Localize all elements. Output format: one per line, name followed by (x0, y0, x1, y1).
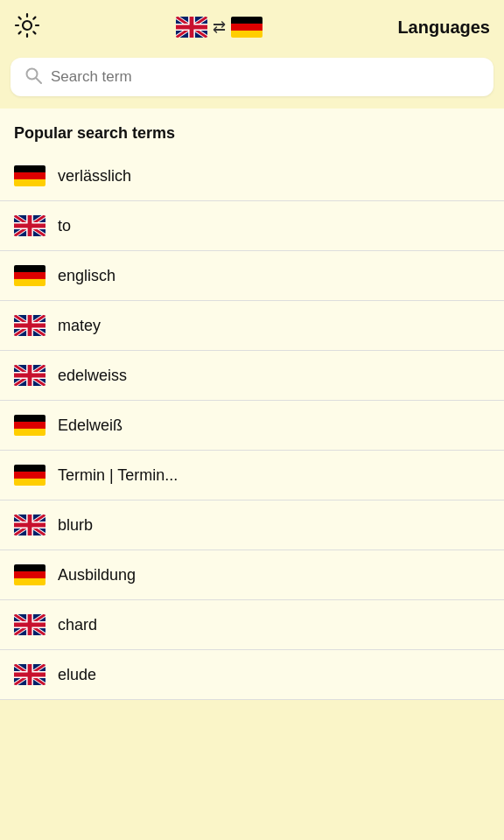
uk-flag-icon (14, 614, 46, 635)
term-text: chard (58, 616, 97, 634)
list-item[interactable]: matey (0, 301, 504, 351)
uk-flag-icon (14, 315, 46, 336)
term-text: elude (58, 666, 96, 684)
de-flag-icon (14, 465, 46, 486)
list-item[interactable]: elude (0, 650, 504, 700)
de-flag-icon (14, 265, 46, 286)
de-flag-icon (14, 165, 46, 186)
settings-button[interactable] (14, 12, 40, 42)
de-flag-icon (14, 415, 46, 436)
list-item[interactable]: edelweiss (0, 351, 504, 401)
svg-line-10 (36, 78, 41, 83)
svg-rect-21 (14, 422, 46, 429)
svg-rect-17 (14, 279, 46, 286)
svg-rect-7 (231, 24, 262, 31)
uk-flag-icon (14, 664, 46, 685)
swap-icon: ⇄ (213, 18, 226, 37)
gear-icon[interactable] (14, 12, 40, 42)
svg-rect-29 (14, 578, 46, 585)
search-container (0, 51, 504, 108)
svg-rect-28 (14, 571, 46, 578)
term-text: englisch (58, 267, 116, 285)
svg-rect-25 (14, 479, 46, 486)
list-item[interactable]: verlässlich (0, 151, 504, 201)
language-switcher[interactable]: ⇄ (176, 17, 262, 38)
term-text: edelweiss (58, 367, 127, 385)
uk-flag-icon (14, 514, 46, 536)
term-list: verlässlich to englisch (0, 151, 504, 700)
section-title: Popular search terms (0, 108, 504, 151)
svg-rect-6 (231, 17, 262, 24)
list-item[interactable]: Termin | Termin... (0, 451, 504, 500)
de-flag-icon (231, 17, 262, 38)
uk-flag-icon (176, 17, 207, 38)
content-area: Popular search terms verlässlich to (0, 108, 504, 700)
term-text: to (58, 217, 71, 235)
svg-rect-8 (231, 31, 262, 38)
list-item[interactable]: englisch (0, 251, 504, 301)
svg-rect-11 (14, 165, 46, 172)
list-item[interactable]: blurb (0, 500, 504, 550)
search-input[interactable] (51, 68, 480, 86)
svg-rect-27 (14, 564, 46, 571)
list-item[interactable]: Edelweiß (0, 401, 504, 451)
svg-rect-15 (14, 265, 46, 272)
term-text: verlässlich (58, 167, 131, 186)
de-flag-icon (14, 564, 46, 585)
svg-rect-22 (14, 429, 46, 436)
svg-rect-20 (14, 415, 46, 422)
page-title: Languages (397, 18, 490, 38)
term-text: blurb (58, 516, 93, 535)
search-icon (24, 66, 42, 88)
svg-rect-12 (14, 172, 46, 179)
svg-rect-13 (14, 179, 46, 186)
svg-rect-23 (14, 465, 46, 472)
uk-flag-icon (14, 365, 46, 386)
term-text: Termin | Termin... (58, 466, 178, 485)
term-text: matey (58, 317, 101, 335)
list-item[interactable]: chard (0, 600, 504, 650)
term-text: Edelweiß (58, 416, 122, 435)
svg-point-4 (23, 21, 32, 30)
list-item[interactable]: to (0, 201, 504, 251)
svg-rect-24 (14, 472, 46, 479)
list-item[interactable]: Ausbildung (0, 550, 504, 600)
uk-flag-icon (14, 215, 46, 236)
svg-rect-16 (14, 272, 46, 279)
search-bar[interactable] (10, 58, 494, 96)
term-text: Ausbildung (58, 566, 136, 584)
header: ⇄ Languages (0, 0, 504, 51)
